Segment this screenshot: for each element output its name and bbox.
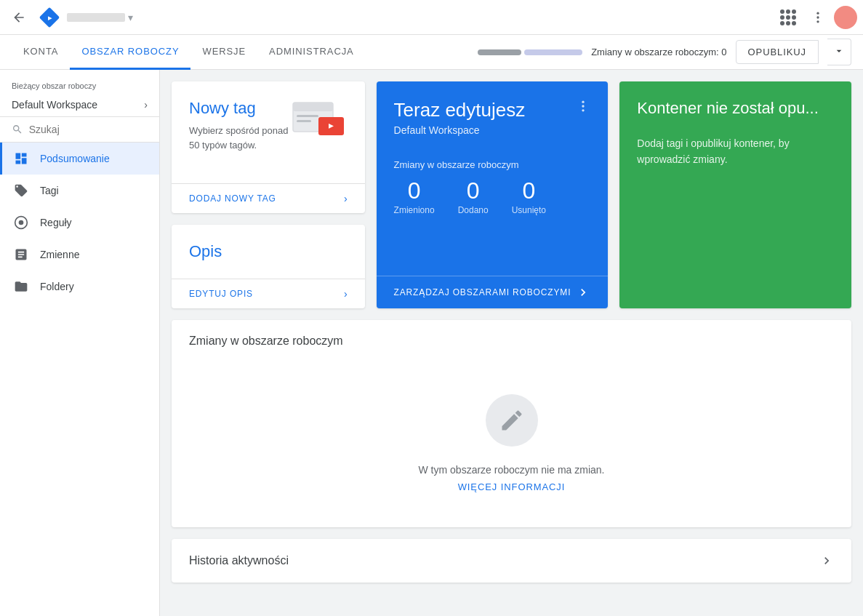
sidebar-item-podsumowanie[interactable]: Podsumowanie: [0, 143, 159, 175]
changed-count: 0 Zmieniono: [394, 179, 435, 215]
added-count: 0 Dodano: [458, 179, 489, 215]
workspace-name: Default Workspace: [12, 99, 97, 111]
back-button[interactable]: [6, 4, 32, 31]
tag-icon: [14, 183, 28, 198]
added-number: 0: [458, 179, 489, 202]
workspace-chevron-icon: ›: [144, 99, 148, 111]
sidebar-item-label: Reguły: [40, 217, 72, 228]
edit-description-footer[interactable]: EDYTUJ OPIS ›: [172, 279, 365, 308]
history-title: Historia aktywności: [189, 554, 289, 567]
variable-icon: [14, 247, 28, 262]
removed-count: 0 Usunięto: [512, 179, 546, 215]
changes-counter: Zmiany w obszarze roboczym: 0: [591, 47, 726, 57]
summary-icon: [14, 151, 28, 166]
publish-button[interactable]: OPUBLIKUJ: [736, 40, 819, 64]
add-new-tag-arrow-icon: ›: [344, 193, 348, 204]
changes-counts: 0 Zmieniono 0 Dodano 0 Usunięto: [394, 179, 591, 215]
sidebar-item-zmienne[interactable]: Zmienne: [0, 239, 159, 271]
trigger-icon: [14, 215, 28, 230]
svg-point-6: [19, 220, 24, 225]
svg-rect-10: [297, 120, 311, 122]
workspace-selector[interactable]: Default Workspace ›: [0, 93, 159, 117]
sidebar-item-label: Zmienne: [40, 249, 79, 260]
description-card: Opis EDYTUJ OPIS ›: [172, 225, 365, 308]
top-bar: ▸ ▾: [0, 0, 863, 35]
avatar[interactable]: [834, 6, 857, 29]
sidebar: Bieżący obszar roboczy Default Workspace…: [0, 70, 160, 616]
svg-rect-8: [293, 103, 333, 111]
svg-point-15: [582, 109, 585, 111]
empty-state-icon: [486, 394, 538, 447]
new-tag-title: Nowy tag: [189, 99, 289, 118]
history-arrow-icon: [819, 553, 834, 568]
sidebar-item-label: Foldery: [40, 281, 74, 292]
grid-menu-button[interactable]: [774, 4, 802, 31]
tag-illustration: ▸: [289, 99, 348, 143]
empty-state-text: W tym obszarze roboczym nie ma zmian.: [419, 464, 605, 476]
now-editing-subtitle: Default Workspace: [394, 124, 526, 136]
tab-obszar-roboczy[interactable]: OBSZAR ROBOCZY: [70, 35, 190, 70]
publish-dropdown-button[interactable]: [827, 39, 851, 65]
sidebar-item-foldery[interactable]: Foldery: [0, 271, 159, 303]
tab-administracja[interactable]: ADMINISTRACJA: [257, 35, 366, 70]
search-container: [0, 117, 159, 143]
sidebar-nav: Podsumowanie Tagi Reguły Zmienne: [0, 143, 159, 616]
manage-workspaces-arrow-icon: [576, 285, 590, 300]
main-content: Nowy tag Wybierz spośród ponad 50 typów …: [160, 70, 863, 616]
search-icon: [12, 123, 23, 136]
now-editing-title: Teraz edytujesz: [394, 99, 526, 121]
workspace-label: Bieżący obszar roboczy: [0, 70, 159, 93]
svg-rect-9: [297, 115, 318, 117]
more-info-link[interactable]: WIĘCEJ INFORMACJI: [458, 481, 566, 492]
more-options-button[interactable]: [805, 4, 831, 31]
add-new-tag-footer[interactable]: DODAJ NOWY TAG ›: [172, 183, 365, 213]
manage-workspaces-footer[interactable]: ZARZĄDZAJ OBSZARAMI ROBOCZYMI: [377, 276, 609, 308]
now-editing-card: Teraz edytujesz Default Workspace Zmiany…: [377, 81, 609, 308]
svg-point-4: [816, 20, 819, 23]
add-new-tag-label: DODAJ NOWY TAG: [189, 193, 276, 204]
edit-description-label: EDYTUJ OPIS: [189, 289, 253, 299]
more-options-dots-button[interactable]: [576, 99, 590, 116]
svg-point-13: [582, 101, 585, 103]
svg-point-14: [582, 105, 585, 107]
empty-state: W tym obszarze roboczym nie ma zmian. WI…: [172, 359, 851, 527]
svg-point-3: [816, 16, 819, 18]
history-card[interactable]: Historia aktywności: [172, 539, 851, 583]
new-tag-card: Nowy tag Wybierz spośród ponad 50 typów …: [172, 81, 365, 213]
not-published-body: Dodaj tagi i opublikuj kontener, by wpro…: [619, 135, 851, 185]
description-title: Opis: [189, 242, 348, 261]
changed-label: Zmieniono: [394, 205, 435, 215]
new-tag-description: Wybierz spośród ponad 50 typów tagów.: [189, 124, 289, 152]
account-selector[interactable]: ▾: [67, 12, 133, 23]
nav-tabs: KONTA OBSZAR ROBOCZY WERSJE ADMINISTRACJ…: [0, 35, 863, 70]
sidebar-item-label: Tagi: [40, 185, 59, 196]
tab-wersje[interactable]: WERSJE: [190, 35, 257, 70]
sidebar-item-tagi[interactable]: Tagi: [0, 175, 159, 207]
gtm-logo: ▸: [38, 6, 61, 29]
workspace-indicator: [478, 49, 582, 55]
not-published-card: Kontener nie został opu... Dodaj tagi i …: [619, 81, 851, 308]
workspace-changes-section-title: Zmiany w obszarze roboczym: [172, 320, 851, 359]
added-label: Dodano: [458, 205, 489, 215]
tab-konta[interactable]: KONTA: [12, 35, 70, 70]
not-published-title: Kontener nie został opu...: [637, 99, 834, 118]
svg-point-2: [816, 12, 819, 14]
manage-workspaces-label: ZARZĄDZAJ OBSZARAMI ROBOCZYMI: [394, 287, 571, 297]
sidebar-item-reguly[interactable]: Reguły: [0, 207, 159, 239]
workspace-changes-section: Zmiany w obszarze roboczym W tym obszarz…: [172, 320, 851, 527]
main-layout: Bieżący obszar roboczy Default Workspace…: [0, 70, 863, 616]
search-input[interactable]: [29, 124, 148, 135]
top-cards-row: Nowy tag Wybierz spośród ponad 50 typów …: [172, 81, 851, 308]
changed-number: 0: [394, 179, 435, 202]
folder-icon: [14, 279, 28, 294]
removed-number: 0: [512, 179, 546, 202]
removed-label: Usunięto: [512, 205, 546, 215]
workspace-changes-label: Zmiany w obszarze roboczym: [394, 159, 591, 170]
svg-text:▸: ▸: [328, 119, 333, 131]
edit-description-arrow-icon: ›: [344, 288, 348, 300]
sidebar-item-label: Podsumowanie: [40, 153, 110, 164]
